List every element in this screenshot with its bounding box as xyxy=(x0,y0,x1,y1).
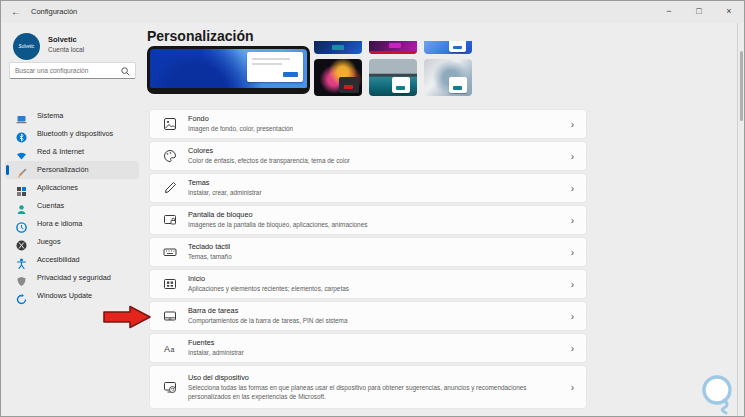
thumbnail-bottom-strip xyxy=(369,51,417,54)
sidebar-item-sistema[interactable]: Sistema xyxy=(1,107,143,125)
wifi-icon xyxy=(16,147,27,158)
sidebar-item-cuentas[interactable]: Cuentas xyxy=(1,197,143,215)
setting-title: Teclado táctil xyxy=(188,242,546,251)
sidebar-item-label: Windows Update xyxy=(37,287,92,305)
sidebar-item-label: Cuentas xyxy=(37,197,64,215)
close-button[interactable]: × xyxy=(714,1,744,23)
theme-thumbnail-dark-flower[interactable] xyxy=(314,59,362,96)
image-icon xyxy=(163,117,177,131)
sidebar-item-label: Aplicaciones xyxy=(37,179,78,197)
scrollbar-track[interactable] xyxy=(737,23,744,416)
mockup-text-line xyxy=(252,58,290,60)
setting-title: Colores xyxy=(188,146,546,155)
setting-subtitle: Instalar, administrar xyxy=(188,349,546,358)
theme-thumbnail-teal-bridge[interactable] xyxy=(369,59,417,96)
sidebar-item-label: Red & Internet xyxy=(37,143,84,161)
setting-row-fondo[interactable]: FondoImagen de fondo, color, presentació… xyxy=(149,109,587,139)
titlebar-title: Configuración xyxy=(31,1,77,23)
sidebar-item-label: Hora e idioma xyxy=(37,215,82,233)
setting-subtitle: Color de énfasis, efectos de transparenc… xyxy=(188,157,546,166)
red-arrow-annotation-icon xyxy=(103,305,153,329)
selected-accent-bar xyxy=(6,165,9,175)
mockup-window xyxy=(392,77,410,93)
theme-thumbnail-gray-abstract[interactable] xyxy=(424,59,472,96)
sidebar-item-label: Accesibilidad xyxy=(37,251,80,269)
setting-subtitle: Temas, tamaño xyxy=(188,253,546,262)
theme-thumbnail-purple[interactable] xyxy=(369,41,417,54)
mockup-accent-button xyxy=(344,85,353,89)
sidebar-item-bluetooth[interactable]: Bluetooth y dispositivos xyxy=(1,125,143,143)
sidebar-item-aplicaciones[interactable]: Aplicaciones xyxy=(1,179,143,197)
setting-subtitle: Selecciona todas las formas en que plane… xyxy=(188,384,546,401)
chevron-right-icon: › xyxy=(571,151,574,162)
sidebar-item-red-internet[interactable]: Red & Internet xyxy=(1,143,143,161)
titlebar: ← Configuración − □ × xyxy=(1,1,744,23)
mockup-accent-button xyxy=(283,72,298,77)
setting-row-barra-de-tareas[interactable]: Barra de tareasComportamientos de la bar… xyxy=(149,301,587,331)
setting-row-teclado-tactil[interactable]: Teclado táctilTemas, tamaño › xyxy=(149,237,587,267)
back-button[interactable]: ← xyxy=(11,1,21,23)
sidebar-item-label: Privacidad y seguridad xyxy=(37,269,111,287)
fonts-icon: Aa xyxy=(163,341,177,355)
sidebar-item-windows-update[interactable]: Windows Update xyxy=(1,287,143,305)
settings-window: ← Configuración − □ × Solvetic Solvetic … xyxy=(0,0,745,417)
setting-title: Barra de tareas xyxy=(188,306,546,315)
mockup-accent-button xyxy=(453,86,462,90)
sidebar-item-juegos[interactable]: Juegos xyxy=(1,233,143,251)
setting-title: Temas xyxy=(188,178,546,187)
theme-thumbnail-dark-blue[interactable] xyxy=(314,41,362,54)
svg-text:A: A xyxy=(164,344,170,354)
chevron-right-icon: › xyxy=(571,311,574,322)
start-icon xyxy=(163,277,177,291)
setting-title: Fondo xyxy=(188,114,546,123)
sidebar-item-hora-idioma[interactable]: Hora e idioma xyxy=(1,215,143,233)
keyboard-icon xyxy=(163,245,177,259)
paintbrush-icon xyxy=(16,165,27,176)
setting-subtitle: Comportamientos de la barra de tareas, P… xyxy=(188,317,546,326)
setting-subtitle: Imágenes de la pantalla de bloqueo, apli… xyxy=(188,221,546,230)
sidebar-item-accesibilidad[interactable]: Accesibilidad xyxy=(1,251,143,269)
person-icon xyxy=(16,201,27,212)
setting-row-pantalla-bloqueo[interactable]: Pantalla de bloqueoImágenes de la pantal… xyxy=(149,205,587,235)
sidebar-item-label: Juegos xyxy=(37,233,61,251)
chevron-right-icon: › xyxy=(571,215,574,226)
theme-thumbnail-light-blue[interactable] xyxy=(424,41,472,54)
sidebar-item-personalizacion[interactable]: Personalización xyxy=(1,161,143,179)
minimize-button[interactable]: − xyxy=(654,1,684,23)
account-type: Cuenta local xyxy=(48,46,84,53)
mockup-accent-button xyxy=(453,46,462,49)
setting-row-fuentes[interactable]: Aa FuentesInstalar, administrar › xyxy=(149,333,587,363)
sidebar-item-privacidad[interactable]: Privacidad y seguridad xyxy=(1,269,143,287)
page-title: Personalización xyxy=(147,28,254,44)
user-name: Solvetic xyxy=(48,35,77,44)
theme-thumbnails xyxy=(314,41,472,96)
setting-row-temas[interactable]: TemasInstalar, crear, administrar › xyxy=(149,173,587,203)
laptop-icon xyxy=(16,111,27,122)
accessibility-icon xyxy=(16,255,27,266)
setting-title: Uso del dispositivo xyxy=(188,373,546,382)
mockup-window xyxy=(339,77,359,93)
setting-subtitle: Aplicaciones y elementos recientes; elem… xyxy=(188,285,546,294)
maximize-button[interactable]: □ xyxy=(684,1,714,23)
update-arrows-icon xyxy=(16,291,27,302)
bluetooth-icon xyxy=(16,129,27,140)
search-box[interactable] xyxy=(9,62,136,79)
avatar: Solvetic xyxy=(13,33,40,60)
search-icon xyxy=(121,67,130,76)
cursor-watermark-icon xyxy=(696,372,740,416)
setting-row-inicio[interactable]: InicioAplicaciones y elementos recientes… xyxy=(149,269,587,299)
chevron-right-icon: › xyxy=(571,343,574,354)
window-controls: − □ × xyxy=(654,1,744,23)
setting-subtitle: Instalar, crear, administrar xyxy=(188,189,546,198)
setting-row-colores[interactable]: ColoresColor de énfasis, efectos de tran… xyxy=(149,141,587,171)
shield-icon xyxy=(16,273,27,284)
setting-title: Inicio xyxy=(188,274,546,283)
setting-row-uso-del-dispositivo[interactable]: Uso del dispositivoSelecciona todas las … xyxy=(149,365,587,409)
sidebar-item-label: Sistema xyxy=(37,107,63,125)
sidebar-item-label: Bluetooth y dispositivos xyxy=(37,125,113,143)
search-input[interactable] xyxy=(15,64,120,77)
scrollbar-thumb[interactable] xyxy=(740,51,743,121)
chevron-right-icon: › xyxy=(571,382,574,393)
mockup-accent-button xyxy=(389,43,401,48)
lock-screen-icon xyxy=(163,213,177,227)
